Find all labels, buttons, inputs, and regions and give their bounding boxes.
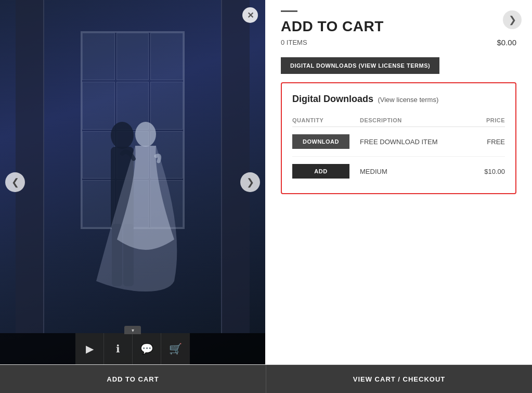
prev-arrow-icon: ❮: [11, 176, 19, 188]
tab-bar: DIGITAL DOWNLOADS (VIEW LICENSE TERMS): [281, 57, 516, 74]
play-icon-button[interactable]: ▶: [75, 333, 104, 364]
svg-point-4: [135, 122, 156, 147]
free-download-price: FREE: [463, 138, 505, 146]
downloads-card: Digital Downloads (View license terms) Q…: [281, 82, 516, 194]
panel-next-button[interactable]: ❯: [503, 10, 522, 29]
close-button[interactable]: ✕: [242, 7, 258, 23]
comment-icon-button[interactable]: 💬: [133, 333, 161, 364]
next-arrow-icon: ❯: [246, 176, 254, 188]
download-btn-cell: DOWNLOAD: [292, 134, 360, 149]
filmstrip-toggle[interactable]: ▾: [124, 326, 141, 334]
bottom-bar: ADD TO CART VIEW CART / CHECKOUT: [0, 364, 532, 393]
next-arrow-button[interactable]: ❯: [240, 172, 260, 192]
col-price: PRICE: [463, 117, 505, 123]
card-title: Digital Downloads: [292, 94, 373, 104]
add-btn-cell: ADD: [292, 164, 360, 179]
photo-background: [0, 0, 265, 364]
left-pillar: [16, 0, 44, 333]
next-panel-icon: ❯: [509, 14, 516, 26]
page-title: ADD TO CART: [281, 18, 516, 35]
col-description: DESCRIPTION: [360, 117, 463, 123]
photo-panel: ✕ ❮ ❯ ▾ ▶ ℹ 💬 🛒: [0, 0, 265, 364]
medium-description: MEDIUM: [360, 168, 463, 175]
filmstrip-icons: ▶ ℹ 💬 🛒: [75, 333, 190, 364]
info-icon-button[interactable]: ℹ: [104, 333, 133, 364]
table-row: ADD MEDIUM $10.00: [292, 157, 505, 186]
add-button[interactable]: ADD: [292, 164, 349, 179]
medium-price: $10.00: [463, 168, 505, 175]
download-button[interactable]: DOWNLOAD: [292, 134, 349, 149]
col-quantity: QUANTITY: [292, 117, 360, 123]
items-price: $0.00: [497, 38, 516, 47]
view-license-link[interactable]: (View license terms): [378, 96, 438, 104]
svg-point-0: [111, 122, 134, 149]
add-to-cart-button[interactable]: ADD TO CART: [0, 365, 266, 393]
items-count: 0 ITEMS: [281, 39, 307, 46]
table-row: DOWNLOAD FREE DOWNLOAD ITEM FREE: [292, 127, 505, 157]
cart-icon-button[interactable]: 🛒: [161, 333, 190, 364]
right-pillar: [221, 0, 250, 333]
close-icon: ✕: [247, 10, 254, 20]
prev-arrow-button[interactable]: ❮: [5, 172, 25, 192]
couple-silhouette: [55, 73, 211, 333]
filmstrip: ▾ ▶ ℹ 💬 🛒: [0, 333, 265, 364]
card-header: Digital Downloads (View license terms): [292, 94, 505, 105]
view-cart-button[interactable]: VIEW CART / CHECKOUT: [266, 365, 532, 393]
chevron-down-icon: ▾: [132, 327, 134, 333]
items-summary-row: 0 ITEMS $0.00: [281, 38, 516, 47]
free-download-description: FREE DOWNLOAD ITEM: [360, 138, 463, 146]
accent-bar: [281, 10, 297, 12]
digital-downloads-tab[interactable]: DIGITAL DOWNLOADS (VIEW LICENSE TERMS): [281, 57, 439, 74]
right-panel: ❯ ADD TO CART 0 ITEMS $0.00 DIGITAL DOWN…: [265, 0, 532, 364]
table-header: QUANTITY DESCRIPTION PRICE: [292, 112, 505, 127]
